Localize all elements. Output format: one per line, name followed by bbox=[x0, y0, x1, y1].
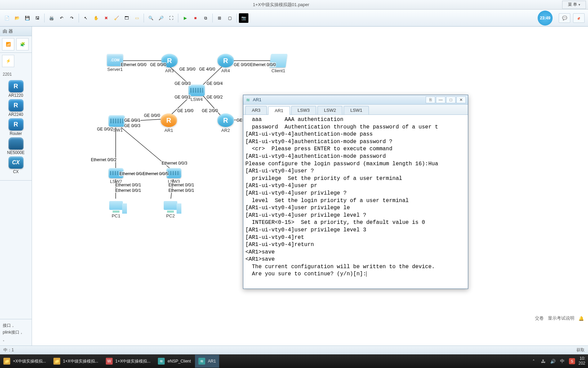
node-lsw3[interactable]: LSW3 bbox=[166, 168, 181, 184]
device-item-ne5000e[interactable]: NE5000E bbox=[0, 137, 32, 155]
device-item-cx[interactable]: CXCX bbox=[0, 156, 32, 174]
device-item-ar1220[interactable]: RAR1220 bbox=[0, 80, 32, 98]
tray-sogou-icon[interactable]: S bbox=[569, 358, 575, 364]
router-icon: R bbox=[161, 113, 177, 127]
palette-icon[interactable]: ▭ bbox=[132, 13, 142, 23]
maximize-icon[interactable]: □ bbox=[446, 96, 456, 103]
taskbar-item[interactable]: 📁1+X中级实操模拟... bbox=[50, 355, 102, 368]
bell-icon[interactable]: 🔔 bbox=[578, 316, 584, 321]
stop-icon[interactable]: ■ bbox=[191, 13, 200, 23]
print-icon[interactable]: 🖨️ bbox=[47, 13, 56, 23]
pc-icon bbox=[163, 197, 178, 213]
interface-label: GE 0/0/2 bbox=[206, 95, 223, 99]
taskbar-app-icon: 📁 bbox=[3, 358, 10, 365]
taskbar-app-icon: ≋ bbox=[158, 358, 165, 365]
module-category-icon[interactable]: 🧩 bbox=[16, 38, 29, 50]
zoom-in-icon[interactable]: 🔍 bbox=[146, 13, 156, 23]
topology-canvas[interactable]: .COM Server1 R AR3 R AR4 Client1 LSW4 L bbox=[32, 27, 588, 346]
video-icon[interactable]: 📷 bbox=[239, 13, 248, 23]
tray-volume-icon[interactable]: 🔊 bbox=[550, 358, 556, 364]
device-item-router[interactable]: RRouter bbox=[0, 118, 32, 136]
pointer-icon[interactable]: ↖ bbox=[81, 13, 91, 23]
terminal-output[interactable]: aaa AAA authentication password Authenti… bbox=[243, 115, 468, 289]
node-ar1[interactable]: R AR1 bbox=[161, 113, 177, 133]
taskbar-app-icon: ≋ bbox=[198, 358, 205, 365]
pin-icon[interactable]: ⎘ bbox=[426, 96, 435, 103]
taskbar-item-label: AR1 bbox=[208, 359, 216, 364]
undo-icon[interactable]: ↶ bbox=[57, 13, 66, 23]
minimize-icon[interactable]: — bbox=[436, 96, 445, 103]
submit-exam-button[interactable]: 交卷 bbox=[535, 315, 544, 321]
node-pc1[interactable]: PC1 bbox=[109, 197, 124, 218]
pc-icon bbox=[109, 197, 124, 213]
taskbar-item[interactable]: 📁+X中级实操模拟... bbox=[0, 355, 49, 368]
new-icon[interactable]: 📄 bbox=[2, 13, 12, 23]
delete-icon[interactable]: ✖ bbox=[101, 13, 111, 23]
terminal-tab[interactable]: LSW1 bbox=[344, 106, 369, 114]
interface-label: GE 0/0/2 bbox=[97, 127, 113, 132]
interface-label: Ethernet 0/0/5 bbox=[142, 171, 168, 176]
terminal-tabs: AR3AR1LSW3LSW2LSW1 bbox=[243, 105, 468, 115]
title-bar: 1+X中级实操模拟题01.paper 菜 单 bbox=[0, 0, 588, 10]
save-as-icon[interactable]: 🖫 bbox=[33, 13, 42, 23]
interface-label: Ethernet 0/0/1 bbox=[168, 183, 194, 187]
terminal-titlebar[interactable]: ≋ AR1 ⎘ — □ ✕ bbox=[243, 95, 468, 105]
taskbar-item-label: +X中级实操模拟... bbox=[13, 358, 46, 364]
broom-icon[interactable]: 🧹 bbox=[112, 13, 121, 23]
taskbar-item[interactable]: ≋AR1 bbox=[195, 355, 219, 368]
interface-label: GE 0/0/4 bbox=[206, 81, 223, 86]
tray-ime-icon[interactable]: 中 bbox=[559, 358, 566, 364]
power-icon[interactable]: ⚡ bbox=[2, 55, 14, 67]
redo-icon[interactable]: ↷ bbox=[67, 13, 77, 23]
interface-label: Ethernet 0/0/1 bbox=[168, 188, 194, 193]
interface-label: GE 3/0/0 bbox=[179, 67, 196, 72]
node-pc2[interactable]: PC2 bbox=[163, 197, 178, 218]
fit-icon[interactable]: ⛶ bbox=[166, 13, 176, 23]
interface-label: Ethernet 0/0/0 bbox=[120, 62, 147, 67]
show-exam-desc-button[interactable]: 显示考试说明 bbox=[548, 315, 574, 321]
open-icon[interactable]: 📂 bbox=[12, 13, 22, 23]
exam-footer: 交卷 显示考试说明 🔔 bbox=[531, 313, 588, 323]
huawei-logo-icon[interactable]: ⸙ bbox=[573, 13, 585, 23]
terminal-title: AR1 bbox=[253, 97, 426, 102]
wireless-category-icon[interactable]: 📶 bbox=[2, 38, 14, 50]
tray-clock[interactable]: 10:202 bbox=[578, 356, 585, 366]
terminal-tab[interactable]: LSW3 bbox=[291, 106, 316, 114]
tray-network-icon[interactable]: 🖧 bbox=[540, 358, 546, 364]
terminal-tab[interactable]: AR1 bbox=[268, 106, 290, 115]
interface-label: GE 0/0/3 bbox=[124, 123, 141, 128]
taskbar-item-label: 1+X中级实操模拟... bbox=[115, 358, 151, 364]
taskbar-item-label: eNSP_Client bbox=[167, 359, 191, 364]
interface-label: GE 2/0/0 bbox=[201, 108, 218, 113]
interface-label: GE 0/0/0 bbox=[144, 113, 160, 118]
sidebar-header: 由 器 bbox=[0, 27, 32, 36]
start-icon[interactable]: ▶ bbox=[180, 13, 190, 23]
interface-label: GE 0/0/1 bbox=[124, 118, 141, 123]
document-title: 1+X中级实操模拟题01.paper bbox=[0, 2, 562, 8]
interface-label: GE 0/0/0 bbox=[150, 62, 166, 67]
sidebar-notes: 接口， plink接口， 。 bbox=[0, 319, 32, 346]
device-item-ar2240[interactable]: RAR2240 bbox=[0, 99, 32, 117]
grid-icon[interactable]: ⊞ bbox=[215, 13, 224, 23]
status-right: 获取 bbox=[576, 347, 585, 353]
terminal-tab[interactable]: LSW2 bbox=[317, 106, 342, 114]
taskbar-item[interactable]: ≋eNSP_Client bbox=[154, 355, 194, 368]
close-icon[interactable]: ✕ bbox=[456, 96, 466, 103]
interface-label: Ethernet 0/0/2 bbox=[91, 157, 117, 162]
timer-badge: 23:49 bbox=[538, 11, 553, 26]
capture-icon[interactable]: ⧉ bbox=[201, 13, 210, 23]
taskbar-item[interactable]: W1+X中级实操模拟... bbox=[102, 355, 154, 368]
terminal-window[interactable]: ≋ AR1 ⎘ — □ ✕ AR3AR1LSW3LSW2LSW1 aaa AAA… bbox=[243, 95, 468, 289]
pan-icon[interactable]: ✋ bbox=[91, 13, 101, 23]
menu-button[interactable]: 菜 单 bbox=[562, 1, 586, 9]
save-icon[interactable]: 💾 bbox=[22, 13, 32, 23]
text-icon[interactable]: 🗔 bbox=[122, 13, 131, 23]
tray-chevron-icon[interactable]: ˄ bbox=[531, 358, 537, 364]
window-icon[interactable]: ▢ bbox=[225, 13, 234, 23]
zoom-out-icon[interactable]: 🔎 bbox=[156, 13, 166, 23]
message-icon[interactable]: 💬 bbox=[559, 13, 570, 23]
terminal-tab[interactable]: AR3 bbox=[245, 106, 267, 114]
node-ar4[interactable]: R AR4 bbox=[217, 54, 234, 73]
node-ar2[interactable]: R AR2 bbox=[217, 113, 234, 133]
interface-label: Ethernet 0/0/5 bbox=[119, 171, 145, 176]
